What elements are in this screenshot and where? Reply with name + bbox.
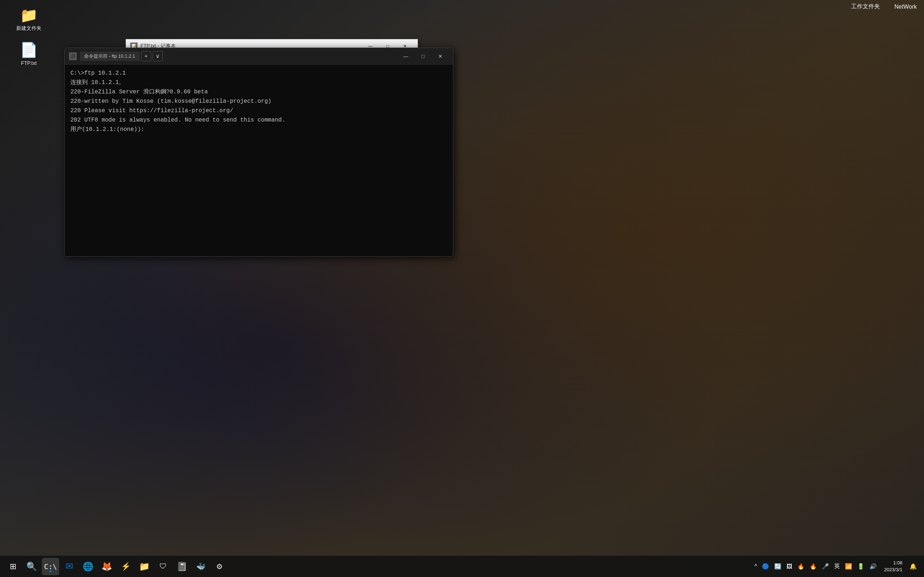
terminal-line-3: 220-written by Tim Kosse (tim.kosse@file… <box>70 97 447 106</box>
outlook-taskbar-icon[interactable]: ✉ <box>61 558 78 575</box>
system-tray: ^ 🔵 🔄 🖼 🔥 🔥 🎤 英 📶 🔋 🔊 <box>753 561 879 572</box>
top-bar-widgets: 工作文件夹 NetWork <box>844 0 924 13</box>
terminal-active-dot <box>50 570 52 572</box>
chrome-taskbar-icon[interactable]: 🌐 <box>79 558 97 575</box>
terminal-taskbar-wrapper: C:\ <box>42 558 59 575</box>
taskbar-clock[interactable]: 1:08 2023/3/1 <box>881 558 905 574</box>
folder-icon-label: 新建文件夹 <box>16 25 42 31</box>
terminal-window-icon: ⬛ <box>69 52 77 60</box>
terminal-taskbar-icon[interactable]: C:\ <box>42 558 59 575</box>
taskbar: ⊞ 🔍 C:\ ✉ 🌐 🦊 ⚡ 📁 🛡 📓 🐳 <box>0 555 924 577</box>
files-taskbar-wrapper: 📁 <box>136 558 153 575</box>
firefox-taskbar-icon[interactable]: 🦊 <box>98 558 115 575</box>
desktop-icons-area: 📁 新建文件夹 📄 FTP.txt <box>15 7 43 66</box>
terminal-titlebar[interactable]: ⬛ 命令提示符 - ftp 10.1.2.1 + ∨ — □ ✕ <box>65 48 453 64</box>
start-button-wrapper: ⊞ <box>4 558 22 575</box>
tray-icon-wifi[interactable]: 📶 <box>843 561 854 571</box>
chrome-taskbar-wrapper: 🌐 <box>79 558 97 575</box>
terminal-content-area[interactable]: C:\>ftp 10.1.2.1 连接到 10.1.2.1。 220-FileZ… <box>65 64 453 256</box>
notepad-taskbar-icon[interactable]: 📓 <box>173 558 191 575</box>
tray-icon-mic[interactable]: 🎤 <box>821 561 830 571</box>
search-taskbar-icon[interactable]: 🔍 <box>23 558 40 575</box>
ftp-txt-icon: 📄 <box>20 42 38 58</box>
terminal-line-5: 202 UTF8 mode is always enabled. No need… <box>70 116 447 124</box>
start-button[interactable]: ⊞ <box>4 558 22 575</box>
clock-time: 1:08 <box>884 560 902 566</box>
app1-taskbar-icon[interactable]: 🐳 <box>192 558 209 575</box>
desktop-icon-new-folder[interactable]: 📁 新建文件夹 <box>15 7 43 31</box>
terminal-maximize-button[interactable]: □ <box>415 49 431 63</box>
terminal-line-6: 用户(10.1.2.1:(none)): <box>70 125 447 134</box>
vpn-taskbar-icon[interactable]: 🛡 <box>155 558 172 575</box>
work-folder-widget[interactable]: 工作文件夹 <box>851 3 880 10</box>
taskmanager-taskbar-icon[interactable]: ⚡ <box>117 558 134 575</box>
app2-taskbar-wrapper: ⚙ <box>211 558 228 575</box>
terminal-dropdown-button[interactable]: ∨ <box>153 51 163 61</box>
folder-icon: 📁 <box>20 7 38 23</box>
tray-icon-refresh[interactable]: 🔄 <box>773 561 783 571</box>
terminal-line-1: 连接到 10.1.2.1。 <box>70 78 447 87</box>
terminal-tab-active[interactable]: 命令提示符 - ftp 10.1.2.1 <box>80 52 140 61</box>
notification-icon[interactable]: 🔔 <box>908 561 918 571</box>
files-taskbar-icon[interactable]: 📁 <box>136 558 153 575</box>
terminal-close-button[interactable]: ✕ <box>432 49 449 63</box>
terminal-minimize-button[interactable]: — <box>397 49 414 63</box>
terminal-window: ⬛ 命令提示符 - ftp 10.1.2.1 + ∨ — □ ✕ C:\>ftp… <box>64 48 453 257</box>
taskbar-left-icons: ⊞ 🔍 C:\ ✉ 🌐 🦊 ⚡ 📁 🛡 📓 🐳 <box>0 558 228 575</box>
notepad-taskbar-wrapper: 📓 <box>173 558 191 575</box>
tray-icon-battery[interactable]: 🔋 <box>856 561 866 571</box>
terminal-line-2: 220-FileZilla Server 滑口构鋼?0.9.60 beta <box>70 88 447 96</box>
app2-taskbar-icon[interactable]: ⚙ <box>211 558 228 575</box>
search-icon-wrapper: 🔍 <box>23 558 40 575</box>
vpn-taskbar-wrapper: 🛡 <box>155 558 172 575</box>
network-widget[interactable]: NetWork <box>894 3 917 10</box>
outlook-taskbar-wrapper: ✉ <box>61 558 78 575</box>
ftp-txt-label: FTP.txt <box>21 60 36 66</box>
terminal-line-4: 220 Please visit https://filezilla-proje… <box>70 106 447 115</box>
tray-icon-fire2[interactable]: 🔥 <box>808 561 818 571</box>
terminal-window-controls: — □ ✕ <box>397 49 449 63</box>
app1-taskbar-wrapper: 🐳 <box>192 558 209 575</box>
tray-icon-fire[interactable]: 🔥 <box>796 561 806 571</box>
desktop-icon-ftp-txt[interactable]: 📄 FTP.txt <box>15 42 43 66</box>
tray-icon-lang[interactable]: 英 <box>833 561 842 572</box>
taskmanager-taskbar-wrapper: ⚡ <box>117 558 134 575</box>
terminal-tab-bar: 命令提示符 - ftp 10.1.2.1 + ∨ <box>80 51 163 61</box>
firefox-taskbar-wrapper: 🦊 <box>98 558 115 575</box>
taskbar-right-tray: ^ 🔵 🔄 🖼 🔥 🔥 🎤 英 📶 🔋 🔊 1:08 2023/3/1 🔔 <box>753 558 924 574</box>
tray-icon-volume[interactable]: 🔊 <box>868 561 878 571</box>
terminal-add-tab-button[interactable]: + <box>141 51 151 61</box>
clock-date: 2023/3/1 <box>884 567 902 573</box>
tray-icon-image[interactable]: 🖼 <box>785 562 794 571</box>
terminal-line-0: C:\>ftp 10.1.2.1 <box>70 69 447 77</box>
tray-icon-1[interactable]: 🔵 <box>761 561 771 571</box>
tray-chevron[interactable]: ^ <box>753 562 759 571</box>
